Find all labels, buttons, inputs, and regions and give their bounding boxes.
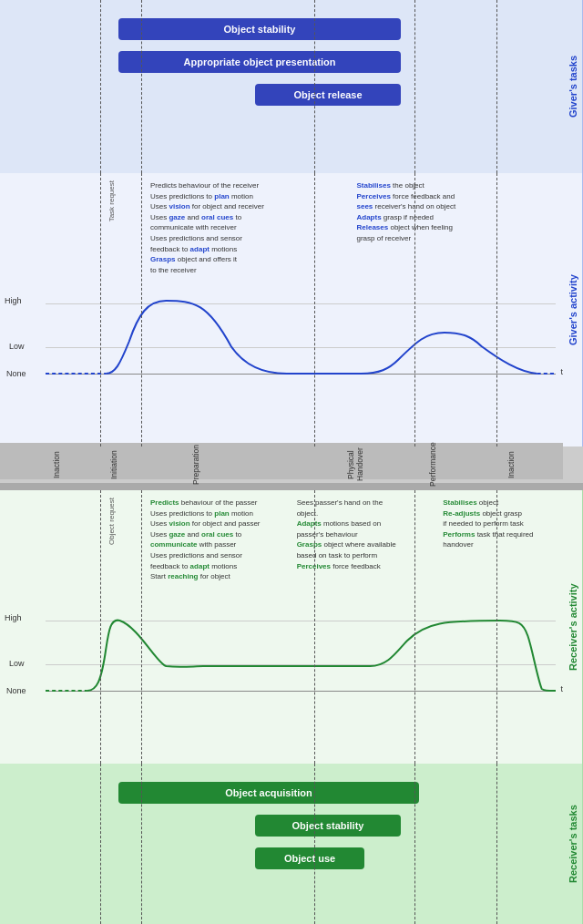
- rtvline-1: [100, 764, 101, 924]
- giver-activity-section: Task request Predicts behaviour of the r…: [0, 173, 583, 447]
- receiver-tasks-section: Object acquisition Object stability Obje…: [0, 764, 583, 924]
- receiver-activity-section: Object request Predicts behaviour of the…: [0, 490, 583, 764]
- phase-bg: [0, 443, 563, 479]
- object-stability-receiver-box: Object stability: [255, 815, 401, 837]
- phase-initiation: Initiation: [109, 449, 118, 480]
- receiver-left-text: Predicts behaviour of the passer Uses pr…: [150, 498, 297, 601]
- receiver-task-boxes: Object acquisition Object stability Obje…: [0, 764, 583, 869]
- object-use-box: Object use: [255, 847, 364, 869]
- vline-1: [100, 0, 101, 173]
- vline-a4: [414, 173, 415, 447]
- phase-inaction1: Inaction: [52, 449, 61, 480]
- chart-low-label: Low: [9, 342, 25, 351]
- vline-3: [314, 0, 315, 173]
- rvline-2: [141, 490, 142, 764]
- rchart-none: None: [6, 686, 26, 695]
- receiver-activity-text: Predicts behaviour of the passer Uses pr…: [0, 490, 583, 604]
- vline-a3: [314, 173, 315, 447]
- receiver-right-text: Stabilises object Re-adjusts object gras…: [443, 498, 556, 601]
- giver-curve-svg: [46, 287, 556, 396]
- giver-activity-label: Giver's activity: [563, 173, 583, 447]
- vline-5: [496, 0, 497, 173]
- rtvline-4: [414, 764, 415, 924]
- giver-chart: High Low None t: [46, 287, 556, 396]
- object-stability-box: Object stability: [118, 18, 401, 40]
- phase-physical-handover: Physical Handover: [328, 449, 383, 480]
- rtvline-2: [141, 764, 142, 924]
- vline-4: [414, 0, 415, 173]
- rchart-high: High: [5, 613, 22, 622]
- phase-performance: Performance: [428, 449, 437, 480]
- giver-left-text: Predicts behaviour of the receiver Uses …: [150, 180, 357, 283]
- vline-a1: [100, 173, 101, 447]
- receiver-curve-svg: [46, 604, 556, 714]
- giver-tasks-section: Object stability Appropriate object pres…: [0, 0, 583, 173]
- rchart-low: Low: [9, 659, 25, 668]
- rvline-4: [414, 490, 415, 764]
- phase-labels: Inaction Initiation Preparation Physical…: [0, 447, 583, 483]
- phase-preparation: Preparation: [191, 449, 200, 480]
- giver-tasks-label: Giver's tasks: [563, 0, 583, 173]
- receiver-chart: High Low None t: [46, 604, 556, 714]
- rtvline-3: [314, 764, 315, 924]
- vline-2: [141, 0, 142, 173]
- receiver-tasks-label: Receiver's tasks: [563, 764, 583, 924]
- chart-high-label: High: [5, 296, 22, 305]
- appropriate-object-presentation-box: Appropriate object presentation: [118, 51, 401, 73]
- phase-inaction2: Inaction: [506, 449, 516, 480]
- rvline-5: [496, 490, 497, 764]
- receiver-activity-label: Receiver's activity: [563, 490, 583, 764]
- vline-a5: [496, 173, 497, 447]
- separator: [0, 483, 583, 490]
- task-request-label: Task request: [107, 180, 116, 221]
- object-request-label: Object request: [107, 498, 116, 545]
- chart-none-label: None: [6, 369, 26, 378]
- rtvline-5: [496, 764, 497, 924]
- giver-task-boxes: Object stability Appropriate object pres…: [0, 0, 583, 106]
- object-acquisition-box: Object acquisition: [118, 782, 419, 804]
- main-container: Object stability Appropriate object pres…: [0, 0, 583, 924]
- vline-a2: [141, 173, 142, 447]
- receiver-mid-text: Sees passer's hand on the object. Adapts…: [297, 498, 444, 601]
- object-release-box: Object release: [255, 84, 401, 106]
- rvline-1: [100, 490, 101, 764]
- rvline-3: [314, 490, 315, 764]
- giver-right-text: Stabilises the object Perceives force fe…: [357, 180, 557, 283]
- giver-activity-text: Predicts behaviour of the receiver Uses …: [0, 173, 583, 287]
